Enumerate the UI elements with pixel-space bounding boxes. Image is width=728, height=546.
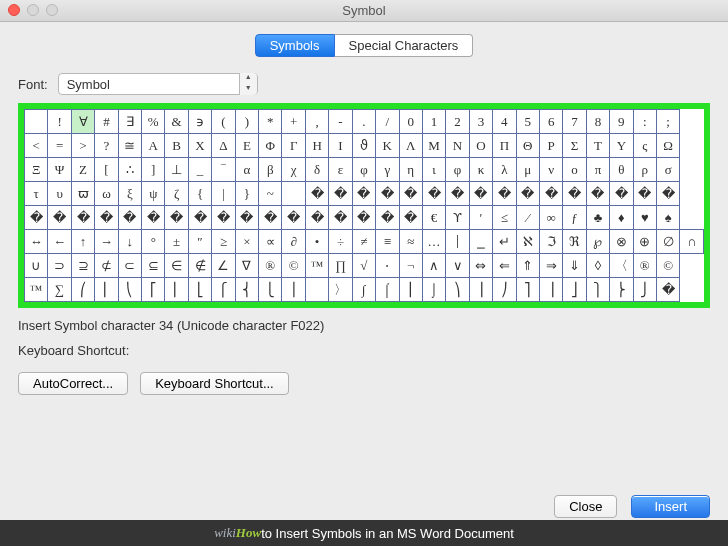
symbol-cell[interactable]: • (305, 230, 328, 254)
symbol-cell[interactable]: � (165, 206, 188, 230)
insert-button[interactable]: Insert (631, 495, 710, 518)
symbol-cell[interactable]: 8 (586, 110, 609, 134)
symbol-cell[interactable]: ℜ (563, 230, 586, 254)
symbol-cell[interactable]: � (71, 206, 94, 230)
symbol-cell[interactable]: � (539, 182, 562, 206)
symbol-cell[interactable]: 9 (610, 110, 633, 134)
symbol-cell[interactable]: ⌡ (422, 278, 445, 302)
symbol-cell[interactable]: ; (656, 110, 679, 134)
symbol-cell[interactable]: 5 (516, 110, 539, 134)
symbol-cell[interactable]: ↔ (25, 230, 48, 254)
symbol-cell[interactable]: 4 (493, 110, 516, 134)
symbol-cell[interactable]: ξ (118, 182, 141, 206)
symbol-cell[interactable]: 6 (539, 110, 562, 134)
symbol-cell[interactable]: 7 (563, 110, 586, 134)
symbol-cell[interactable]: μ (516, 158, 539, 182)
symbol-cell[interactable]: ⎨ (235, 278, 258, 302)
symbol-cell[interactable]: ⊥ (165, 158, 188, 182)
symbol-cell[interactable]: √ (352, 254, 375, 278)
symbol-cell[interactable]: … (422, 230, 445, 254)
symbol-cell[interactable]: ‾ (212, 158, 235, 182)
symbol-cell[interactable]: π (586, 158, 609, 182)
symbol-cell[interactable]: Ζ (71, 158, 94, 182)
font-stepper-icon[interactable]: ▲▼ (239, 73, 257, 95)
symbol-cell[interactable]: � (118, 206, 141, 230)
symbol-cell[interactable]: ∧ (422, 254, 445, 278)
symbol-cell[interactable]: ⊆ (142, 254, 165, 278)
symbol-cell[interactable]: � (469, 182, 492, 206)
symbol-cell[interactable]: # (95, 110, 118, 134)
symbol-cell[interactable]: _ (188, 158, 211, 182)
symbol-cell[interactable]: ⏐ (446, 230, 469, 254)
symbol-cell[interactable]: % (142, 110, 165, 134)
symbol-cell[interactable]: ⊗ (610, 230, 633, 254)
symbol-cell[interactable]: ⇔ (469, 254, 492, 278)
symbol-cell[interactable]: � (446, 182, 469, 206)
tab-symbols[interactable]: Symbols (255, 34, 335, 57)
symbol-cell[interactable]: Φ (259, 134, 282, 158)
symbol-cell[interactable]: ⎥ (539, 278, 562, 302)
symbol-cell[interactable]: � (235, 206, 258, 230)
symbol-cell[interactable]: ⎝ (118, 278, 141, 302)
symbol-cell[interactable]: ⊇ (71, 254, 94, 278)
symbol-cell[interactable]: Τ (586, 134, 609, 158)
symbol-cell[interactable] (282, 182, 305, 206)
symbol-cell[interactable]: ± (165, 230, 188, 254)
symbol-cell[interactable]: λ (493, 158, 516, 182)
symbol-cell[interactable]: ◊ (586, 254, 609, 278)
symbol-cell[interactable]: � (188, 206, 211, 230)
symbol-cell[interactable]: Δ (212, 134, 235, 158)
symbol-cell[interactable]: Α (142, 134, 165, 158)
symbol-cell[interactable]: ∨ (446, 254, 469, 278)
symbol-cell[interactable]: Σ (563, 134, 586, 158)
symbol-cell[interactable]: ® (259, 254, 282, 278)
symbol-cell[interactable]: ← (48, 230, 71, 254)
symbol-cell[interactable]: Μ (422, 134, 445, 158)
symbol-cell[interactable]: ∂ (282, 230, 305, 254)
symbol-cell[interactable]: � (329, 182, 352, 206)
symbol-cell[interactable]: φ (446, 158, 469, 182)
symbol-cell[interactable]: ↓ (118, 230, 141, 254)
symbol-cell[interactable]: ↑ (71, 230, 94, 254)
symbol-cell[interactable]: ⎤ (516, 278, 539, 302)
symbol-cell[interactable]: � (142, 206, 165, 230)
symbol-cell[interactable]: ) (235, 110, 258, 134)
symbol-cell[interactable]: ⇐ (493, 254, 516, 278)
symbol-cell[interactable]: � (376, 182, 399, 206)
symbol-cell[interactable]: ∫ (352, 278, 375, 302)
symbol-cell[interactable]: . (352, 110, 375, 134)
symbol-cell[interactable]: ≅ (118, 134, 141, 158)
symbol-cell[interactable]: ⋅ (376, 254, 399, 278)
font-select[interactable]: Symbol ▲▼ (58, 73, 258, 95)
symbol-cell[interactable]: Υ (610, 134, 633, 158)
symbol-cell[interactable]: � (305, 206, 328, 230)
symbol-cell[interactable]: ® (633, 254, 656, 278)
symbol-cell[interactable]: ≥ (212, 230, 235, 254)
symbol-cell[interactable]: ∀ (71, 110, 94, 134)
symbol-cell[interactable]: ⎫ (586, 278, 609, 302)
symbol-cell[interactable]: Ρ (539, 134, 562, 158)
symbol-cell[interactable]: 3 (469, 110, 492, 134)
symbol-cell[interactable]: Χ (188, 134, 211, 158)
symbol-cell[interactable]: ⎩ (259, 278, 282, 302)
symbol-cell[interactable]: � (656, 182, 679, 206)
symbol-cell[interactable]: 0 (399, 110, 422, 134)
symbol-cell[interactable]: τ (25, 182, 48, 206)
symbol-cell[interactable]: Ο (469, 134, 492, 158)
symbol-cell[interactable]: 〉 (329, 278, 352, 302)
symbol-cell[interactable]: ! (48, 110, 71, 134)
symbol-cell[interactable]: θ (610, 158, 633, 182)
symbol-cell[interactable]: ⎣ (188, 278, 211, 302)
symbol-cell[interactable]: ? (95, 134, 118, 158)
symbol-cell[interactable]: ι (422, 158, 445, 182)
symbol-cell[interactable]: � (376, 206, 399, 230)
symbol-cell[interactable]: � (305, 182, 328, 206)
symbol-cell[interactable]: ~ (259, 182, 282, 206)
symbol-cell[interactable]: � (399, 182, 422, 206)
symbol-cell[interactable]: ℵ (516, 230, 539, 254)
symbol-cell[interactable]: ω (95, 182, 118, 206)
symbol-grid[interactable]: !∀#∃%&϶()*+,-./0123456789:;<=>?≅ΑΒΧΔΕΦΓΗ… (24, 109, 704, 302)
symbol-cell[interactable]: ∅ (656, 230, 679, 254)
symbol-cell[interactable]: ∞ (539, 206, 562, 230)
symbol-cell[interactable]: ⎬ (610, 278, 633, 302)
